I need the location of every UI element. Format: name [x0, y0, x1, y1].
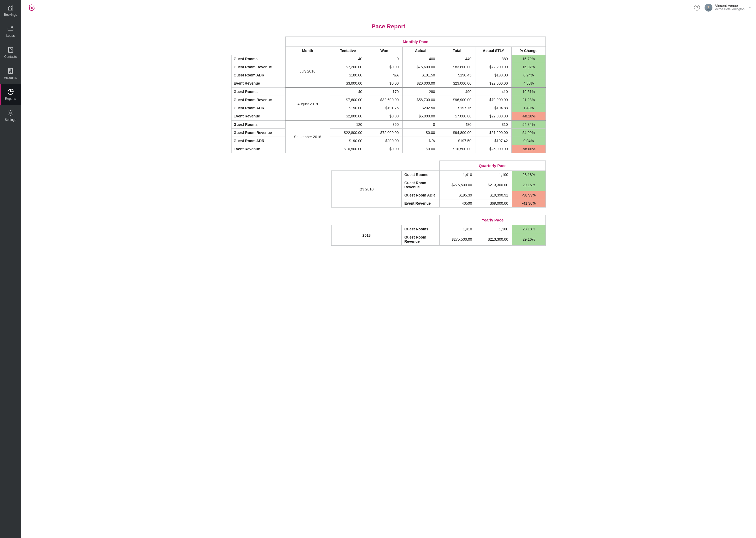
monthly-section-title: Monthly Pace [285, 37, 545, 47]
change-cell: 54.84% [512, 120, 546, 129]
value-cell: $180.00 [330, 71, 366, 79]
value-cell: $25,000.00 [475, 145, 512, 153]
bar-trend-icon [7, 4, 14, 11]
monthly-pace-table: Monthly PaceMonthTentativeWonActualTotal… [231, 36, 546, 153]
value-cell: 280 [402, 87, 439, 96]
sidebar-item-reports[interactable]: Reports [0, 84, 21, 105]
value-cell: 400 [402, 55, 439, 63]
sidebar-item-label: Reports [5, 97, 16, 101]
value-cell: $0.00 [366, 145, 403, 153]
metric-label: Guest Room Revenue [231, 129, 286, 137]
value-cell: $190.00 [330, 137, 366, 145]
value-cell: 0 [366, 55, 403, 63]
value-cell: $190.00 [475, 71, 512, 79]
value-cell: $2,000.00 [330, 112, 366, 121]
value-cell: $190.45 [439, 71, 475, 79]
value-cell: $7,600.00 [330, 96, 366, 104]
metric-label: Guest Rooms [231, 120, 286, 129]
value-cell: 410 [475, 87, 512, 96]
value-cell: $32,600.00 [366, 96, 403, 104]
sidebar-item-bookings[interactable]: Bookings [0, 0, 21, 21]
value-cell: $213,300.00 [476, 179, 512, 191]
change-cell: 28.18% [512, 171, 546, 179]
sidebar-item-label: Bookings [4, 13, 17, 17]
svg-point-8 [31, 4, 32, 5]
value-cell: 40 [330, 55, 366, 63]
metric-label: Guest Rooms [402, 171, 440, 179]
change-cell: 1.48% [512, 104, 546, 112]
value-cell: $194.88 [475, 104, 512, 112]
sidebar-item-settings[interactable]: Settings [0, 105, 21, 126]
change-cell: 29.16% [512, 233, 546, 245]
help-icon[interactable]: ? [694, 5, 700, 11]
column-header: Tentative [330, 47, 366, 55]
change-cell: 4.55% [512, 79, 546, 88]
sidebar-item-leads[interactable]: Leads [0, 21, 21, 42]
avatar [705, 4, 712, 12]
month-cell: August 2018 [285, 87, 330, 120]
svg-point-2 [10, 49, 11, 50]
sidebar-item-label: Accounts [4, 76, 17, 80]
pie-chart-icon [7, 88, 14, 95]
change-cell: 21.28% [512, 96, 546, 104]
value-cell: $202.50 [402, 104, 439, 112]
value-cell: $0.00 [366, 79, 403, 88]
svg-rect-0 [8, 28, 13, 30]
sidebar-item-contacts[interactable]: Contacts [0, 42, 21, 63]
value-cell: 1,100 [476, 225, 512, 233]
column-header: Actual STLY [475, 47, 512, 55]
value-cell: $83,800.00 [439, 63, 475, 71]
change-cell: 54.90% [512, 129, 546, 137]
value-cell: 380 [475, 55, 512, 63]
value-cell: $197.76 [439, 104, 475, 112]
value-cell: $72,000.00 [366, 129, 403, 137]
value-cell: $197.50 [439, 137, 475, 145]
value-cell: $275,500.00 [440, 179, 476, 191]
user-menu[interactable]: Vincent Venue Acme Hotel Arlington ▼ [705, 4, 751, 12]
value-cell: $10,500.00 [439, 145, 475, 153]
metric-label: Guest Room ADR [231, 104, 286, 112]
value-cell: $69,000.00 [476, 199, 512, 207]
change-cell: 28.18% [512, 225, 546, 233]
value-cell: $76,600.00 [402, 63, 439, 71]
chevron-down-icon: ▼ [749, 6, 751, 9]
value-cell: $200.00 [366, 137, 403, 145]
metric-label: Event Revenue [231, 145, 286, 153]
metric-label: Guest Room ADR [231, 71, 286, 79]
value-cell: 40 [330, 87, 366, 96]
sidebar-item-accounts[interactable]: Accounts [0, 63, 21, 84]
sidebar-item-label: Contacts [4, 55, 17, 59]
column-header: Actual [402, 47, 439, 55]
value-cell: $190.00 [330, 104, 366, 112]
period-cell: Q3 2018 [332, 171, 402, 207]
value-cell: 0 [402, 120, 439, 129]
metric-label: Event Revenue [231, 79, 286, 88]
user-sub: Acme Hotel Arlington [715, 8, 744, 11]
metric-label: Guest Room Revenue [231, 96, 286, 104]
change-cell: 15.79% [512, 55, 546, 63]
svg-point-4 [10, 112, 12, 114]
value-cell: $22,000.00 [475, 79, 512, 88]
value-cell: 120 [330, 120, 366, 129]
value-cell: 440 [439, 55, 475, 63]
value-cell: $213,300.00 [476, 233, 512, 245]
metric-label: Guest Rooms [402, 225, 440, 233]
value-cell: 490 [439, 87, 475, 96]
svg-point-10 [708, 6, 710, 8]
value-cell: 1,410 [440, 225, 476, 233]
value-cell: N/A [402, 137, 439, 145]
svg-point-7 [29, 5, 30, 6]
value-cell: 1,100 [476, 171, 512, 179]
value-cell: $79,900.00 [475, 96, 512, 104]
user-name: Vincent Venue [715, 4, 744, 8]
mailbox-icon [7, 26, 14, 32]
month-cell: July 2018 [285, 55, 330, 88]
metric-label: Event Revenue [402, 199, 440, 207]
value-cell: $20,000.00 [402, 79, 439, 88]
value-cell: $7,200.00 [330, 63, 366, 71]
value-cell: $195.39 [440, 191, 476, 199]
column-header: Month [285, 47, 330, 55]
value-cell: N/A [366, 71, 403, 79]
value-cell: 170 [366, 87, 403, 96]
sidebar-item-label: Leads [6, 34, 15, 37]
